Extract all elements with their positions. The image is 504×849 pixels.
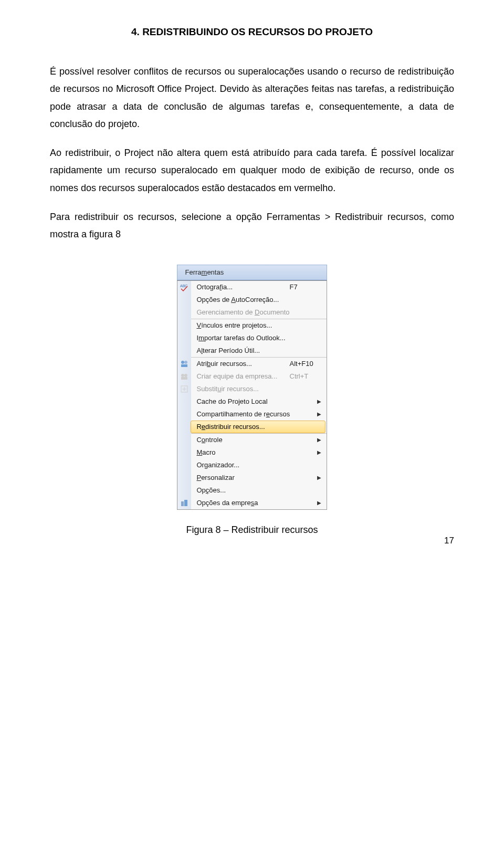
svg-point-2 [184,361,187,364]
figure-wrapper: Ferramentas ABC Ortografia...F7Opções de… [50,265,454,536]
menu-item-redistribuir-recursos[interactable]: Redistribuir recursos... [191,421,325,433]
menu-item: Gerenciamento de Documento [191,306,326,319]
menu-item-label: Criar equipe da empresa... [191,372,289,380]
svg-point-1 [181,361,184,364]
menu-item-shortcut-spacer [290,296,327,303]
svg-point-5 [184,374,187,377]
submenu-arrow-icon: ▶ [317,411,327,417]
menu-item[interactable]: Ortografia...F7 [191,281,326,294]
menu-item[interactable]: Organizador... [191,459,326,471]
menu-body: ABC Ortografia...F7Opções de AutoCorreçã… [177,280,327,510]
menu-item-label: Importar tarefas do Outlook... [191,334,289,342]
menu-item-shortcut: F7 [290,283,327,291]
figure-caption: Figura 8 – Redistribuir recursos [50,525,454,536]
menu-item-icon-cell [177,306,191,319]
menu-item-icon-cell: ABC [177,281,191,294]
menu-item-icon-cell [177,484,191,497]
menu-item[interactable]: Opções... [191,484,326,497]
menu-item-icon-cell [177,370,191,383]
menu-item-label: Gerenciamento de Documento [191,308,289,316]
menu-item-label: Opções de AutoCorreção... [191,296,289,303]
submenu-arrow-icon: ▶ [317,437,327,443]
paragraph-2: Ao redistribuir, o Project não altera qu… [50,144,454,197]
menu-items-column: Ortografia...F7Opções de AutoCorreção...… [191,281,326,509]
menu-item[interactable]: Alterar Período Útil... [191,344,326,357]
menu-item-icon-cell [177,319,191,332]
svg-point-4 [181,374,184,377]
menu-item-shortcut-spacer [288,423,325,431]
menu-item-shortcut: Alt+F10 [290,360,327,368]
menu-item-icon-cell [177,497,191,509]
menu-item-shortcut: Ctrl+T [290,372,327,380]
menu-item-shortcut-spacer [290,334,327,342]
menu-item-shortcut-spacer [290,461,327,469]
menu-item-icon-cell [177,332,191,344]
menu-item[interactable]: Importar tarefas do Outlook... [191,332,326,344]
menu-item-label: Compartilhamento de recursos [191,410,317,418]
menu-item[interactable]: Opções de AutoCorreção... [191,294,326,306]
menu-item-label: Organizador... [191,461,289,469]
menu-item-label: Vínculos entre projetos... [191,321,289,329]
section-heading: 4. REDISTRIBUINDO OS RECURSOS DO PROJETO [50,26,454,38]
menu-item-icon-cell [177,408,191,421]
team-icon [180,372,188,381]
submenu-arrow-icon: ▶ [317,399,327,404]
menu-item[interactable]: Atribuir recursos...Alt+F10 [191,358,326,370]
substitute-resources-icon [180,385,188,393]
menu-item-label: Ortografia... [191,283,289,291]
menu-item[interactable]: Cache do Projeto Local▶ [191,395,326,408]
menu-item-icon-cell [177,459,191,471]
menu-item-icon-cell [177,358,191,370]
menu-item-icon-cell [177,434,191,446]
page-number: 17 [444,536,454,546]
menu-item-label: Atribuir recursos... [191,360,289,368]
spellcheck-icon: ABC [180,283,188,291]
menu-item-label: Personalizar [191,474,317,481]
submenu-arrow-icon: ▶ [317,475,327,480]
submenu-arrow-icon: ▶ [317,500,327,506]
menu-title-ferramentas[interactable]: Ferramentas [177,265,327,280]
menu-item-label: Substituir recursos... [191,385,289,393]
menu-item-icon-cell [177,471,191,484]
menu-item: Criar equipe da empresa...Ctrl+T [191,370,326,383]
menu-item-label: Macro [191,448,317,456]
svg-rect-3 [181,364,187,367]
assign-resources-icon [180,360,188,368]
menu-item-label: Redistribuir recursos... [191,423,288,431]
menu-item-shortcut-spacer [290,385,327,393]
menu-item[interactable]: Vínculos entre projetos... [191,319,326,332]
menu-item-icon-cell [177,421,191,433]
menu-item-shortcut-spacer [290,321,327,329]
menu-item[interactable]: Compartilhamento de recursos▶ [191,408,326,421]
menu-item-icon-cell [177,383,191,395]
menu-item-label: Cache do Projeto Local [191,397,317,405]
menu-item: Substituir recursos... [191,383,326,395]
menu-item[interactable]: Macro▶ [191,446,326,459]
paragraph-1: É possível resolver conflitos de recurso… [50,63,454,133]
paragraph-3: Para redistribuir os recursos, selecione… [50,208,454,244]
menu-item-label: Opções da empresa [191,499,317,507]
menu-item-label: Alterar Período Útil... [191,347,289,354]
menu-item[interactable]: Personalizar▶ [191,471,326,484]
svg-rect-8 [181,501,184,506]
svg-rect-9 [184,500,187,506]
document-page: 4. REDISTRIBUINDO OS RECURSOS DO PROJETO… [0,0,504,557]
menu-item-icon-cell [177,344,191,357]
menu-item-shortcut-spacer [290,308,327,316]
menu-item-label: Opções... [191,486,289,494]
menu-item-label: Controle [191,436,317,444]
ferramentas-menu-screenshot: Ferramentas ABC Ortografia...F7Opções de… [177,265,327,510]
menu-item-shortcut-spacer [290,486,327,494]
enterprise-options-icon [180,499,188,507]
menu-item-icon-cell [177,395,191,408]
menu-item[interactable]: Opções da empresa▶ [191,497,326,509]
menu-item-shortcut-spacer [290,347,327,354]
submenu-arrow-icon: ▶ [317,449,327,455]
menu-item-icon-cell [177,294,191,306]
menu-item-icon-cell [177,446,191,459]
menu-icon-strip: ABC [177,281,191,509]
svg-rect-6 [181,377,187,380]
menu-item[interactable]: Controle▶ [191,434,326,446]
